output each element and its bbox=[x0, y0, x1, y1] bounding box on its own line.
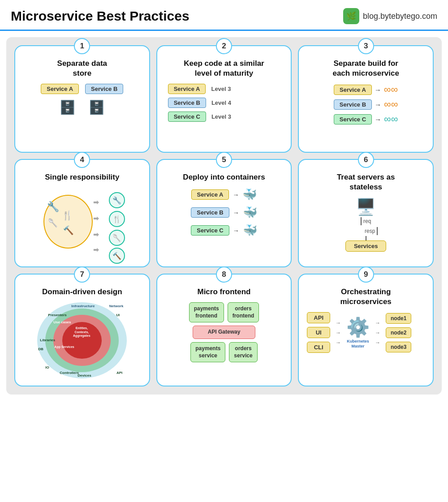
main-content: 1 Separate datastore Service A Service B… bbox=[6, 37, 442, 395]
card-3-number: 3 bbox=[358, 38, 374, 54]
card-7-number: 7 bbox=[74, 266, 90, 283]
orders-frontend-box: ordersfrontend bbox=[228, 302, 259, 322]
container-row-b: Service B → 🐳 bbox=[191, 206, 257, 219]
card-5: 5 Deploy into containers Service A → 🐳 S… bbox=[156, 159, 292, 267]
k8s-master: ⚙️ KubernetesMaster bbox=[346, 316, 370, 349]
db-icon-a: 🗄️ bbox=[59, 99, 76, 115]
container-row-c: Service C → 🐳 bbox=[191, 223, 257, 237]
brand: 🌿 blog.bytebytego.com bbox=[343, 8, 437, 24]
card3-service-a: Service A bbox=[334, 85, 372, 95]
page-title: Microservice Best Practices bbox=[11, 9, 190, 24]
services-box: Services bbox=[345, 240, 387, 252]
card-4-body: 🔧 🍴 🥄 🔨 ➡ ➡ ➡ ➡ 🔧 🍴 🥄 🔨 bbox=[22, 188, 143, 259]
payments-frontend-box: paymentsfrontend bbox=[189, 302, 224, 322]
level-row-b: Service B Level 4 bbox=[168, 98, 280, 108]
line-down-resp bbox=[377, 227, 378, 235]
card-1-number: 1 bbox=[74, 38, 90, 54]
k8s-diagram: API UI CLI → → → ⚙️ KubernetesMaster → bbox=[305, 312, 426, 353]
level-b: Level 4 bbox=[211, 99, 231, 106]
card-5-title: Deploy into containers bbox=[183, 172, 265, 182]
brand-text: blog.bytebytego.com bbox=[363, 12, 437, 21]
label-libraries: Libraries bbox=[40, 338, 55, 342]
k8s-right-arrows: → → → bbox=[375, 320, 380, 346]
arrow-a: → bbox=[375, 86, 381, 94]
level-c: Level 3 bbox=[211, 113, 231, 120]
card5-service-c: Service C bbox=[191, 225, 229, 236]
infinity-b: ∞∞ bbox=[384, 99, 398, 110]
k8s-nodes: node1 node2 node3 bbox=[386, 313, 411, 352]
card-8-body: paymentsfrontend ordersfrontend API Gate… bbox=[164, 302, 285, 378]
k8s-left: API UI CLI bbox=[307, 312, 330, 353]
service-a-box: Service A bbox=[41, 84, 79, 94]
card-9-number: 9 bbox=[358, 266, 374, 283]
arrow-resp-3: ➡ bbox=[93, 231, 99, 239]
service-b-box: Service B bbox=[85, 84, 123, 94]
arrow-c: → bbox=[375, 116, 381, 123]
card-8: 8 Micro frontend paymentsfrontend orders… bbox=[156, 274, 292, 386]
arrow-to-k8s-2: → bbox=[336, 330, 341, 336]
k8s-node1: node1 bbox=[386, 313, 411, 324]
resp-teal-2: 🍴 bbox=[109, 211, 125, 227]
container-row-a: Service A → 🐳 bbox=[191, 188, 257, 202]
card5-service-b: Service B bbox=[191, 207, 229, 218]
card-9-title: Orchestratingmicroservices bbox=[340, 287, 391, 307]
tool-2: 🍴 bbox=[62, 210, 73, 221]
card3-service-c: Service C bbox=[334, 114, 372, 124]
mf-bottom-row: paymentsservice ordersservice bbox=[190, 342, 257, 362]
line-down-final bbox=[366, 236, 366, 240]
k8s-node2: node2 bbox=[386, 327, 411, 338]
label-presenters: Presenters bbox=[48, 313, 66, 317]
card-7: 7 Domain-driven design Infrastructure Ne… bbox=[14, 274, 150, 386]
cards-grid: 1 Separate datastore Service A Service B… bbox=[14, 45, 434, 386]
card-5-number: 5 bbox=[216, 152, 232, 168]
k8s-cli-box: CLI bbox=[307, 342, 330, 353]
resp-teal-1: 🔧 bbox=[109, 192, 125, 208]
docker-a: 🐳 bbox=[242, 188, 257, 202]
arrow-container-b: → bbox=[233, 209, 239, 216]
card-6-body: 🖥️ req resp Services bbox=[305, 197, 426, 259]
level-table: Service A Level 3 Service B Level 4 Serv… bbox=[164, 84, 285, 122]
resp-label: resp bbox=[365, 228, 375, 234]
card-1-db-pair: 🗄️ 🗄️ bbox=[59, 99, 105, 115]
db-icon-b: 🗄️ bbox=[88, 99, 105, 115]
label-controllers: Controllers bbox=[60, 371, 79, 375]
card-1: 1 Separate datastore Service A Service B… bbox=[14, 45, 150, 153]
arrow-resp-4: ➡ bbox=[93, 246, 99, 254]
card-5-body: Service A → 🐳 Service B → 🐳 Service C → … bbox=[164, 188, 285, 259]
arrow-from-k8s-1: → bbox=[375, 320, 380, 326]
arrow-resp-2: ➡ bbox=[93, 215, 99, 223]
mf-top-row: paymentsfrontend ordersfrontend bbox=[189, 302, 259, 322]
card3-service-b: Service B bbox=[334, 99, 372, 110]
label-appservices: App Services bbox=[54, 345, 74, 348]
db-col-a: 🗄️ bbox=[59, 99, 76, 115]
tool-3: 🥄 bbox=[48, 218, 58, 228]
k8s-api-box: API bbox=[307, 312, 330, 323]
resp-teal-4: 🔨 bbox=[109, 248, 125, 264]
infinity-a: ∞∞ bbox=[384, 84, 398, 95]
card-6: 6 Treat servers asstateless 🖥️ req resp … bbox=[298, 159, 434, 267]
card-6-number: 6 bbox=[358, 152, 374, 168]
arrow-to-k8s-1: → bbox=[336, 320, 341, 326]
resp-line: resp bbox=[365, 227, 378, 235]
label-entities: Entities,Contexts,Aggregates bbox=[64, 326, 99, 338]
card-8-title: Micro frontend bbox=[197, 287, 250, 297]
card-4-title: Single responsibility bbox=[45, 172, 119, 182]
label-infra: Infrastructure bbox=[69, 304, 96, 308]
label-network: Network bbox=[109, 304, 124, 308]
card-4: 4 Single responsibility 🔧 🍴 🥄 🔨 ➡ ➡ ➡ ➡ bbox=[14, 159, 150, 267]
mf-gateway-row: API Gateway bbox=[193, 326, 255, 339]
card-9-body: API UI CLI → → → ⚙️ KubernetesMaster → bbox=[305, 312, 426, 378]
label-devices: Devices bbox=[78, 373, 91, 378]
arrow-resp-1: ➡ bbox=[93, 198, 99, 206]
card-3-title: Separate build foreach microservice bbox=[332, 59, 399, 78]
card-2-body: Service A Level 3 Service B Level 4 Serv… bbox=[164, 84, 285, 145]
card-4-number: 4 bbox=[74, 152, 90, 168]
card-7-body: Infrastructure Network Presenters UI Use… bbox=[22, 302, 143, 378]
card-7-title: Domain-driven design bbox=[42, 287, 122, 297]
tool-4: 🔨 bbox=[63, 225, 74, 236]
label-usecases: Use cases bbox=[53, 320, 71, 324]
build-row-b: Service B → ∞∞ bbox=[334, 99, 398, 110]
brand-icon: 🌿 bbox=[343, 8, 359, 24]
card-2-title: Keep code at a similarlevel of maturity bbox=[184, 59, 264, 78]
card-3-body: Service A → ∞∞ Service B → ∞∞ Service C … bbox=[305, 84, 426, 145]
